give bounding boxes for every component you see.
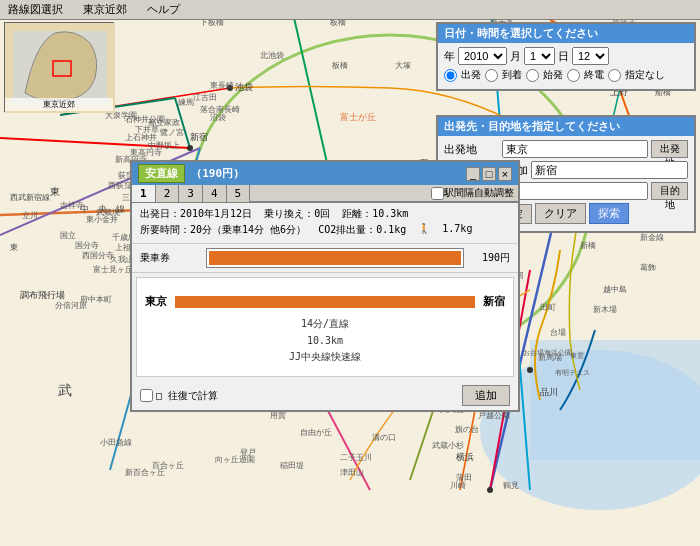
svg-text:東長崎: 東長崎 — [210, 81, 234, 90]
day-label: 日 — [558, 49, 569, 64]
route-info: 出発日：2010年1月12日 乗り換え：0回 距離：10.3km 所要時間：20… — [132, 203, 518, 244]
route-tab-1[interactable]: 1 — [132, 185, 156, 202]
departure-radio[interactable] — [444, 69, 457, 82]
departure-radio-label: 出発 — [461, 68, 481, 82]
arrival-radio[interactable] — [485, 69, 498, 82]
menu-item-routemap[interactable]: 路線図選択 — [4, 1, 67, 18]
arrival-radio-label: 到着 — [502, 68, 522, 82]
svg-text:富士が丘: 富士が丘 — [340, 112, 376, 122]
route-tab-3[interactable]: 3 — [179, 185, 203, 202]
svg-text:新金線: 新金線 — [640, 233, 664, 242]
svg-text:新橋: 新橋 — [580, 241, 596, 250]
route-tab-2[interactable]: 2 — [156, 185, 180, 202]
auto-adjust-container: 駅間隔自動調整 — [250, 185, 518, 202]
travel-time: 所要時間：20分（乗車14分 他6分） — [140, 223, 306, 237]
none-radio-label: 指定なし — [625, 68, 665, 82]
add-button[interactable]: 追加 — [462, 385, 510, 406]
minimize-btn[interactable]: _ — [466, 167, 480, 181]
svg-text:池袋: 池袋 — [235, 82, 253, 92]
route-window: 安直線 (190円) _ □ × 1 2 3 4 5 駅間隔自動調整 出発日：2… — [130, 160, 520, 412]
svg-text:横浜: 横浜 — [456, 452, 474, 462]
first-radio[interactable] — [526, 69, 539, 82]
svg-text:有明テニス: 有明テニス — [555, 369, 590, 376]
day-select[interactable]: 12 — [572, 47, 609, 65]
menu-item-help[interactable]: ヘルプ — [143, 1, 184, 18]
date-panel: 日付・時間を選択してください 年 2010 月 1 日 12 出発 到着 始発 … — [436, 22, 696, 91]
svg-text:鶴見: 鶴見 — [503, 481, 519, 490]
svg-text:向ヶ丘遊園: 向ヶ丘遊園 — [215, 455, 255, 464]
year-select[interactable]: 2010 — [458, 47, 507, 65]
transfer-count: 乗り換え：0回 — [264, 207, 330, 221]
svg-text:稲田堤: 稲田堤 — [280, 461, 304, 470]
search-btn[interactable]: 探索 — [589, 203, 629, 224]
svg-text:新百合ヶ丘: 新百合ヶ丘 — [125, 468, 165, 477]
round-trip-label: □ 往復で計算 — [156, 389, 218, 403]
svg-point-24 — [487, 487, 493, 493]
waypoint-input[interactable] — [531, 161, 688, 179]
svg-text:西荻窪: 西荻窪 — [108, 181, 132, 190]
svg-point-20 — [187, 145, 193, 151]
fare-bar-container — [206, 248, 464, 268]
maximize-btn[interactable]: □ — [482, 167, 496, 181]
svg-text:台場: 台場 — [550, 328, 566, 337]
round-trip-checkbox[interactable] — [140, 389, 153, 402]
walk-weight: 1.7kg — [442, 223, 472, 237]
distance-info: 距離：10.3km — [342, 207, 408, 221]
svg-text:北池袋: 北池袋 — [260, 51, 284, 60]
map-inset: 東京近郊 — [4, 22, 114, 112]
route-detail-2: 10.3km — [145, 335, 505, 346]
svg-text:西武新宿線: 西武新宿線 — [10, 193, 50, 202]
svg-text:小田急線: 小田急線 — [100, 438, 132, 447]
svg-text:越中島: 越中島 — [603, 285, 627, 294]
svg-text:吉祥寺: 吉祥寺 — [60, 201, 84, 210]
route-titlebar: 安直線 (190円) _ □ × — [132, 162, 518, 185]
window-bottom: □ 往復で計算 追加 — [132, 381, 518, 410]
route-tab-5[interactable]: 5 — [227, 185, 251, 202]
svg-text:二子玉川: 二子玉川 — [340, 453, 372, 462]
to-station: 新宿 — [483, 294, 505, 309]
svg-text:戸越公園: 戸越公園 — [478, 411, 510, 420]
svg-text:新木場: 新木場 — [593, 305, 617, 314]
inset-label: 東京近郊 — [5, 98, 113, 111]
svg-text:調布飛行場: 調布飛行場 — [20, 290, 65, 300]
svg-text:武: 武 — [58, 382, 72, 398]
station-panel-title: 出発先・目的地を指定してください — [438, 117, 694, 136]
last-radio[interactable] — [567, 69, 580, 82]
from-label: 出発地 — [444, 142, 499, 157]
auto-adjust-checkbox[interactable] — [431, 187, 444, 200]
first-radio-label: 始発 — [543, 68, 563, 82]
svg-text:お台場海浜公園: お台場海浜公園 — [523, 349, 572, 357]
none-radio[interactable] — [608, 69, 621, 82]
svg-text:江古田: 江古田 — [193, 93, 217, 102]
svg-text:川崎: 川崎 — [450, 481, 466, 490]
route-tabs: 1 2 3 4 5 駅間隔自動調整 — [132, 185, 518, 203]
svg-text:分倍河原: 分倍河原 — [55, 301, 87, 310]
svg-text:津田山: 津田山 — [340, 468, 364, 477]
month-select[interactable]: 1 — [524, 47, 555, 65]
to-input[interactable] — [502, 182, 648, 200]
month-label: 月 — [510, 49, 521, 64]
svg-text:品川: 品川 — [540, 387, 558, 397]
to-search-btn[interactable]: 目的地 — [651, 182, 688, 200]
route-detail-3: JJ中央線快速線 — [145, 350, 505, 364]
route-fare-title: (190円) — [196, 167, 240, 180]
route-badge: 安直線 — [138, 164, 185, 183]
walk-info: 🚶 — [418, 223, 430, 237]
from-input[interactable] — [502, 140, 648, 158]
menu-bar: 路線図選択 東京近郊 ヘルプ — [0, 0, 700, 20]
co2-info: CO2排出量：0.1kg — [318, 223, 406, 237]
from-station: 東京 — [145, 294, 167, 309]
route-tab-4[interactable]: 4 — [203, 185, 227, 202]
clear-btn[interactable]: クリア — [535, 203, 586, 224]
close-btn[interactable]: × — [498, 167, 512, 181]
svg-text:沼袋: 沼袋 — [210, 113, 226, 122]
fare-label: 乗車券 — [140, 251, 200, 265]
svg-text:武蔵境: 武蔵境 — [96, 208, 120, 217]
year-label: 年 — [444, 49, 455, 64]
svg-text:大塚: 大塚 — [395, 61, 411, 70]
menu-item-tokyo[interactable]: 東京近郊 — [79, 1, 131, 18]
svg-text:板橋: 板橋 — [331, 61, 348, 70]
route-diagram: 東京 新宿 14分/直線 10.3km JJ中央線快速線 — [136, 277, 514, 377]
from-search-btn[interactable]: 出発地 — [651, 140, 688, 158]
svg-text:自由が丘: 自由が丘 — [300, 428, 332, 437]
